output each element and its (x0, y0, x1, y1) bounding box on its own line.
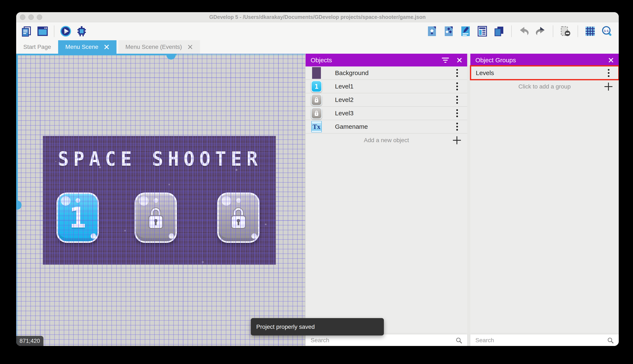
group-name: Levels (476, 70, 494, 76)
object-row-background[interactable]: Background (305, 66, 467, 80)
toolbar-divider (511, 25, 512, 37)
lock-icon (314, 96, 319, 103)
objects-panel-header: Objects (305, 54, 467, 66)
objects-panel: Objects Background 1 Level1 (305, 54, 467, 346)
add-group-row[interactable]: Click to add a group (470, 80, 619, 93)
gdevelop-window: GDevelop 5 - /Users/dkarakay/Documents/G… (16, 12, 619, 346)
vertical-scrollbar-handle[interactable] (16, 200, 22, 210)
svg-text:1:1: 1:1 (604, 29, 609, 32)
layers-icon[interactable] (493, 25, 505, 38)
instances-list-icon[interactable] (476, 25, 489, 38)
objects-panel-title: Objects (311, 56, 332, 64)
toolbar-left-group (20, 25, 88, 38)
scene-title-instance[interactable]: SPACE SHOOTER (51, 148, 269, 170)
tab-bar: Start Page Menu Scene Menu Scene (Events… (16, 40, 619, 54)
level2-thumbnail (311, 94, 322, 106)
toast-message: Project properly saved (256, 324, 315, 330)
object-menu-icon[interactable] (456, 86, 458, 87)
main-toolbar: 1:1 (16, 22, 619, 40)
horizontal-scrollbar-track (16, 54, 176, 55)
object-groups-empty-area (470, 93, 619, 334)
plus-icon[interactable] (453, 136, 461, 144)
level1-thumbnail: 1 (311, 80, 322, 92)
object-name: Level2 (335, 96, 354, 103)
text-object-thumbnail: Tx (311, 121, 322, 132)
object-groups-icon[interactable] (442, 25, 455, 38)
properties-icon[interactable] (459, 25, 472, 38)
lock-icon (146, 204, 166, 231)
tab-close-icon[interactable] (187, 44, 193, 50)
level3-button-instance[interactable] (217, 192, 260, 243)
tab-menu-scene-events[interactable]: Menu Scene (Events) (118, 40, 200, 54)
toggle-mask-icon[interactable] (559, 25, 572, 38)
level1-button-instance[interactable]: 1 (57, 192, 99, 243)
scene-editor-icon[interactable] (36, 25, 49, 38)
add-object-row[interactable]: Add a new object (305, 134, 467, 147)
filter-icon[interactable] (441, 58, 450, 63)
tab-close-icon[interactable] (104, 44, 109, 50)
toolbar-divider (54, 25, 54, 37)
object-groups-panel: Object Groups Levels Click to add a grou… (470, 54, 619, 346)
tab-label: Menu Scene (Events) (126, 44, 182, 50)
project-manager-icon[interactable] (20, 25, 33, 38)
panel-divider[interactable] (467, 54, 470, 346)
groups-search-input[interactable] (470, 334, 619, 346)
tab-start-page[interactable]: Start Page (16, 40, 58, 54)
objects-panel-empty-area (305, 147, 467, 334)
groups-search-bar (470, 334, 619, 346)
object-menu-icon[interactable] (456, 126, 458, 128)
object-row-level3[interactable]: Level3 (305, 107, 467, 120)
cursor-coordinates-badge: 871;420 (16, 336, 44, 346)
object-menu-icon[interactable] (456, 72, 458, 74)
tab-label: Start Page (23, 44, 51, 50)
main-content: SPACE SHOOTER 1 (16, 54, 619, 346)
object-row-level2[interactable]: Level2 (305, 93, 467, 107)
object-row-level1[interactable]: 1 Level1 (305, 80, 467, 93)
horizontal-scrollbar[interactable] (16, 54, 305, 55)
objects-search-input[interactable] (305, 334, 467, 346)
toolbar-divider (578, 25, 578, 37)
group-menu-icon[interactable] (608, 72, 609, 74)
objects-editor-icon[interactable] (426, 25, 438, 38)
zoom-1-1-icon[interactable]: 1:1 (601, 25, 613, 38)
horizontal-scrollbar-handle[interactable] (166, 54, 176, 60)
debug-icon[interactable] (75, 25, 88, 38)
object-groups-panel-header: Object Groups (470, 54, 619, 66)
object-name: Gamename (335, 123, 368, 130)
undo-icon[interactable] (518, 25, 530, 38)
object-menu-icon[interactable] (456, 112, 458, 114)
play-icon[interactable] (59, 25, 72, 38)
tab-gap (117, 40, 118, 54)
search-icon (455, 337, 463, 344)
toolbar-right-group: 1:1 (426, 25, 613, 38)
level3-thumbnail (311, 107, 322, 119)
grid-icon[interactable] (584, 25, 596, 38)
vertical-scrollbar[interactable] (16, 54, 18, 346)
object-name: Level1 (335, 83, 354, 90)
window-title: GDevelop 5 - /Users/dkarakay/Documents/G… (16, 14, 619, 20)
objects-search-bar (305, 334, 467, 346)
redo-icon[interactable] (534, 25, 547, 38)
tab-menu-scene[interactable]: Menu Scene (58, 40, 116, 54)
tab-label: Menu Scene (65, 44, 98, 50)
search-icon (607, 337, 614, 344)
object-name: Background (335, 70, 369, 76)
plus-icon[interactable] (604, 82, 612, 90)
close-panel-icon[interactable] (457, 58, 462, 63)
level2-button-instance[interactable] (135, 192, 177, 243)
object-menu-icon[interactable] (456, 99, 458, 101)
title-bar: GDevelop 5 - /Users/dkarakay/Documents/G… (16, 12, 619, 22)
object-groups-panel-title: Object Groups (475, 56, 516, 64)
group-row-levels[interactable]: Levels (470, 66, 619, 80)
background-thumbnail (312, 67, 321, 79)
lock-icon (314, 110, 319, 116)
scene-canvas[interactable]: SPACE SHOOTER 1 (16, 54, 305, 346)
close-panel-icon[interactable] (608, 58, 614, 63)
object-name: Level3 (335, 110, 354, 117)
vertical-scrollbar-track (16, 54, 18, 210)
scene-background-instance[interactable]: SPACE SHOOTER 1 (43, 136, 276, 264)
add-group-label: Click to add a group (518, 83, 571, 90)
lock-icon (228, 204, 248, 231)
add-object-label: Add a new object (364, 137, 409, 144)
object-row-gamename[interactable]: Tx Gamename (305, 120, 467, 134)
